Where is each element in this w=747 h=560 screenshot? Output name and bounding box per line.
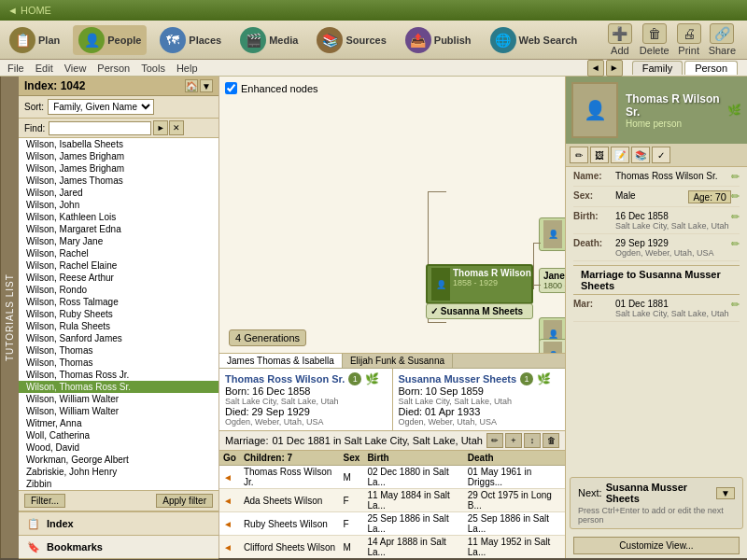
parents-tab-1[interactable]: James Thomas & Isabella xyxy=(219,354,343,368)
child-go[interactable]: ◄ xyxy=(219,512,240,536)
marriage-add-btn[interactable]: + xyxy=(505,433,522,448)
parents-tab-2[interactable]: Elijah Funk & Susanna xyxy=(343,354,453,368)
menu-places[interactable]: 🗺 Places xyxy=(154,25,227,55)
list-item[interactable]: Wilson, William Walter xyxy=(19,405,218,417)
child-go[interactable]: ◄ xyxy=(219,489,240,512)
name-edit-icon[interactable]: ✏ xyxy=(731,171,740,183)
menu-media[interactable]: 🎬 Media xyxy=(234,25,303,55)
list-item[interactable]: Workman, George Albert xyxy=(19,454,218,466)
list-item[interactable]: Wilson, Thomas xyxy=(19,344,218,357)
list-item[interactable]: Zabriskie, John Henry xyxy=(19,466,218,478)
list-item[interactable]: Wilson, Thomas xyxy=(19,357,218,369)
list-item[interactable]: Wilson, James Brigham xyxy=(19,162,218,175)
list-item[interactable]: Wilson, Rondo xyxy=(19,284,218,296)
index-options-btn[interactable]: ▼ xyxy=(200,79,213,92)
child-go[interactable]: ◄ xyxy=(219,466,240,489)
list-item[interactable]: Wilson, Sanford James xyxy=(19,332,218,344)
person-menu[interactable]: Person xyxy=(97,63,130,74)
list-item[interactable]: Witmer, Anna xyxy=(19,417,218,429)
back-button[interactable]: ◄ xyxy=(587,60,604,77)
list-item[interactable]: Wood, David xyxy=(19,441,218,454)
delete-button[interactable]: 🗑 Delete xyxy=(640,23,669,56)
list-item[interactable]: Wilson, Rachel xyxy=(19,247,218,259)
person-susanna-sheets[interactable]: ✓ Susanna M Sheets xyxy=(426,303,533,319)
generations-badge[interactable]: 4 Generations xyxy=(229,329,306,346)
child-go[interactable]: ◄ xyxy=(219,536,240,559)
child-name[interactable]: Ruby Sheets Wilson xyxy=(240,512,340,536)
rp-note-btn[interactable]: 📝 xyxy=(611,147,629,163)
forward-button[interactable]: ► xyxy=(606,60,623,77)
child-name[interactable]: Thomas Ross Wilson Jr. xyxy=(240,466,340,489)
person-isabella-ross[interactable]: 👤 Isabella Ross 1836 - 1865 xyxy=(539,339,565,353)
list-item[interactable]: Wilson, John xyxy=(19,199,218,211)
person-james-thomas[interactable]: 👤 James Thomas Wilson 1828 - 1905 xyxy=(539,217,565,251)
table-row[interactable]: ◄ Thomas Ross Wilson Jr. M 02 Dec 1880 i… xyxy=(219,466,565,489)
birth-edit-icon[interactable]: ✏ xyxy=(731,211,740,223)
list-item[interactable]: Wilson, James Brigham xyxy=(19,150,218,162)
sex-edit-icon[interactable]: ✏ xyxy=(731,190,740,203)
menu-websearch[interactable]: 🌐 Web Search xyxy=(485,25,584,55)
menu-people[interactable]: 👤 People xyxy=(73,25,147,55)
menu-plan[interactable]: 📋 Plan xyxy=(4,25,65,55)
list-item[interactable]: Wilson, Rula Sheets xyxy=(19,320,218,332)
edit-menu[interactable]: Edit xyxy=(35,63,53,74)
find-clear-btn[interactable]: ✕ xyxy=(169,120,184,135)
child-name[interactable]: Ada Sheets Wilson xyxy=(240,489,340,512)
index-nav-tab[interactable]: 📋 Index xyxy=(19,512,218,536)
rp-task-btn[interactable]: ✓ xyxy=(652,147,670,163)
next-person-dropdown[interactable]: ▼ xyxy=(716,487,735,499)
list-item[interactable]: Wilson, Kathleen Lois xyxy=(19,211,218,223)
filter-button[interactable]: Filter... xyxy=(24,494,65,508)
table-row[interactable]: ◄ Clifford Sheets Wilson M 14 Apr 1888 i… xyxy=(219,536,565,559)
rp-source-btn[interactable]: 📚 xyxy=(631,147,650,163)
list-item[interactable]: Wilson, Jared xyxy=(19,187,218,199)
enhanced-nodes-checkbox[interactable] xyxy=(225,82,237,94)
names-list[interactable]: Wilson, Isabella SheetsWilson, James Bri… xyxy=(19,138,218,491)
person-thomas-r-wilson[interactable]: 👤 Thomas R Wilson Sr. 1858 - 1929 xyxy=(426,264,533,304)
marriage-delete-btn[interactable]: 🗑 xyxy=(543,433,559,448)
help-menu[interactable]: Help xyxy=(176,63,198,74)
list-item[interactable]: Wilson, Thomas Ross Jr. xyxy=(19,369,218,381)
find-go-btn[interactable]: ► xyxy=(153,120,168,135)
add-button[interactable]: ➕ Add xyxy=(608,23,632,56)
list-item[interactable]: Wilson, Ross Talmage xyxy=(19,296,218,308)
list-item[interactable]: Wilson, Reese Arthur xyxy=(19,272,218,284)
list-item[interactable]: Wilson, William Walter xyxy=(19,393,218,405)
list-item[interactable]: Wilson, Isabella Sheets xyxy=(19,138,218,150)
view-menu[interactable]: View xyxy=(64,63,87,74)
list-item[interactable]: Wilson, Ruby Sheets xyxy=(19,308,218,320)
tree-area[interactable]: Enhanced nodes Thomas Wilson 1788 - 1851… xyxy=(219,77,565,353)
list-item[interactable]: Wilson, Mary Jane xyxy=(19,235,218,247)
list-item[interactable]: Wilson, Margaret Edna xyxy=(19,223,218,235)
list-item[interactable]: Zibbin xyxy=(19,478,218,490)
file-menu[interactable]: File xyxy=(7,63,24,74)
rp-edit-btn[interactable]: ✏ xyxy=(570,147,588,163)
share-button[interactable]: 🔗 Share xyxy=(709,23,736,56)
list-item[interactable]: Wilson, James Thomas xyxy=(19,175,218,187)
tutorials-tab[interactable]: TUTORIALS LIST xyxy=(0,77,19,558)
list-item[interactable]: Woll, Catherina xyxy=(19,429,218,441)
tools-menu[interactable]: Tools xyxy=(141,63,165,74)
index-home-btn[interactable]: 🏠 xyxy=(185,79,198,92)
marriage-edit-btn[interactable]: ✏ xyxy=(486,433,503,448)
apply-filter-button[interactable]: Apply filter xyxy=(156,494,213,508)
menu-publish[interactable]: 📤 Publish xyxy=(400,25,477,55)
bookmarks-nav-tab[interactable]: 🔖 Bookmarks xyxy=(19,536,218,559)
table-row[interactable]: ◄ Ada Sheets Wilson F 11 May 1884 in Sal… xyxy=(219,489,565,512)
death-edit-icon[interactable]: ✏ xyxy=(731,238,740,250)
table-row[interactable]: ◄ Ruby Sheets Wilson F 25 Sep 1886 in Sa… xyxy=(219,512,565,536)
marriage-nav-btn[interactable]: ↕ xyxy=(524,433,541,448)
customize-view-button[interactable]: Customize View... xyxy=(573,537,740,554)
list-item[interactable]: Wilson, Rachel Elaine xyxy=(19,259,218,272)
rp-photo-btn[interactable]: 🖼 xyxy=(590,147,609,163)
list-item[interactable]: Wilson, Thomas Ross Sr. xyxy=(19,381,218,393)
person-tab[interactable]: Person xyxy=(684,61,738,75)
menu-sources[interactable]: 📚 Sources xyxy=(311,25,391,55)
find-input[interactable] xyxy=(49,121,151,135)
home-label[interactable]: ◄ HOME xyxy=(7,5,51,16)
family-tab[interactable]: Family xyxy=(632,61,683,75)
rp-leaf-icon[interactable]: 🌿 xyxy=(727,104,741,117)
print-button[interactable]: 🖨 Print xyxy=(677,23,701,56)
mar-edit-icon[interactable]: ✏ xyxy=(731,299,740,311)
sort-select[interactable]: Family, Given Name xyxy=(48,99,154,115)
